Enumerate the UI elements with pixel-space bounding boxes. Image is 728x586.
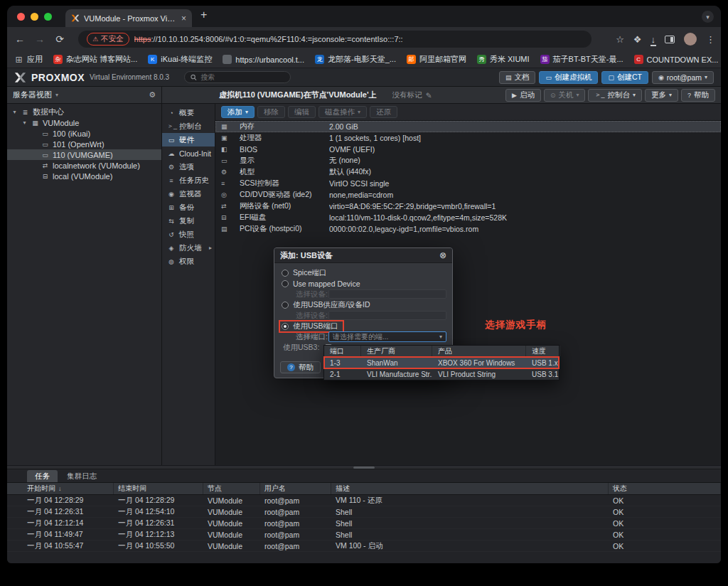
task-row[interactable]: 一月 04 12:12:14一月 04 12:26:31VUModuleroot…: [7, 518, 721, 529]
tree-expand-icon[interactable]: ▾: [21, 119, 28, 126]
not-secure-badge[interactable]: ⚠ 不安全: [87, 33, 129, 46]
tree-expand-icon[interactable]: ▾: [11, 109, 18, 115]
bookmark-item[interactable]: 杂杂志网站 博客网站...: [53, 54, 137, 65]
documentation-button[interactable]: ▤文档: [499, 71, 536, 84]
tree-item-datacenter[interactable]: ▾≣数据中心: [7, 107, 161, 117]
close-window-icon[interactable]: [17, 13, 25, 21]
vm-menu-cloud-init[interactable]: ☁Cloud-Init: [162, 146, 215, 160]
vm-menu-permissions[interactable]: ◍权限: [162, 255, 215, 268]
vm-menu-console[interactable]: ＞_控制台: [162, 119, 215, 133]
bookmark-item[interactable]: https://urbancool.t...: [223, 55, 304, 64]
radio-icon[interactable]: [282, 323, 289, 330]
forward-icon[interactable]: →: [33, 33, 47, 45]
task-column-header[interactable]: 用户名: [260, 483, 331, 494]
tree-item-vumodule[interactable]: ▾▦VUModule: [7, 117, 161, 128]
vm-menu-backup[interactable]: ⊞备份: [162, 201, 215, 214]
remove-button[interactable]: 移除: [257, 106, 285, 118]
bookmark-item[interactable]: KiKuai-终端监控: [148, 54, 212, 65]
task-tab-tasks[interactable]: 任务: [27, 470, 58, 482]
bookmark-item[interactable]: ⊞应用: [14, 54, 43, 65]
hardware-row[interactable]: ◧BIOSOVMF (UEFI): [215, 144, 721, 155]
task-column-header[interactable]: 节点: [203, 483, 260, 494]
vm-menu-replication[interactable]: ⇆复制: [162, 214, 215, 228]
usb-device-row[interactable]: 1-3ShanWanXBOX 360 For WindowsUSB 1.x: [324, 357, 559, 368]
tree-item-vm-101[interactable]: ▭101 (OpenWrt): [7, 139, 161, 149]
vm-menu-summary[interactable]: ◔概要: [162, 106, 215, 119]
minimize-window-icon[interactable]: [31, 13, 38, 21]
downloads-icon[interactable]: ↓: [651, 35, 656, 44]
dropdown-column-header[interactable]: 生产厂商: [361, 346, 432, 356]
edit-button[interactable]: 编辑: [288, 106, 316, 118]
task-column-header[interactable]: 开始时间↓: [23, 483, 114, 494]
shutdown-button[interactable]: ⊙关机▾: [544, 89, 586, 102]
task-row[interactable]: 一月 04 12:28:29一月 04 12:28:29VUModuleroot…: [7, 495, 721, 506]
vm-menu-firewall[interactable]: ◈防火墙▸: [162, 241, 215, 255]
hardware-row[interactable]: ▤PCI设备 (hostpci0)0000:00:02.0,legacy-igd…: [215, 223, 721, 235]
new-tab-button[interactable]: +: [200, 9, 207, 21]
usb-option-0[interactable]: Spice端口: [280, 268, 331, 278]
create-vm-button[interactable]: ▭创建虚拟机: [539, 71, 598, 84]
hardware-row[interactable]: ⇄网络设备 (net0)virtio=8A:D6:9E:5C:2F:29,bri…: [215, 201, 721, 212]
usb-option-3[interactable]: 使用USB供应商/设备ID: [280, 300, 375, 310]
bookmark-item[interactable]: 秀秀米 XIUMI: [477, 54, 530, 65]
vm-menu-snapshots[interactable]: ↺快照: [162, 228, 215, 241]
task-row[interactable]: 一月 04 12:26:31一月 04 12:54:10VUModuleroot…: [7, 506, 721, 518]
dropdown-column-header[interactable]: 产品: [432, 346, 526, 356]
dropdown-column-header[interactable]: 速度: [526, 346, 560, 356]
create-ct-button[interactable]: ▢创建CT: [601, 71, 648, 84]
bookmark-item[interactable]: 茄茄子BT-BT天堂-最...: [540, 54, 623, 65]
usb-option-1[interactable]: Use mapped Device: [280, 279, 365, 288]
radio-icon[interactable]: [282, 302, 289, 309]
more-button[interactable]: 更多▾: [645, 89, 678, 102]
add-button[interactable]: 添加▾: [221, 106, 255, 118]
search-input[interactable]: [200, 73, 284, 81]
radio-icon[interactable]: [282, 270, 289, 277]
global-search[interactable]: [184, 71, 291, 83]
tree-view-selector[interactable]: 服务器视图 ▾ ⚙: [7, 87, 162, 103]
hardware-row[interactable]: ⊟EFI磁盘local:110/vm-110-disk-0.qcow2,efit…: [215, 212, 721, 223]
hardware-row[interactable]: ▣处理器1 (1 sockets, 1 cores) [host]: [215, 132, 721, 144]
usb-device-row[interactable]: 2-1VLI Manufacture Str...VLI Product Str…: [324, 368, 559, 380]
menu-kebab-icon[interactable]: ⋮: [706, 35, 715, 44]
extensions-icon[interactable]: ❖: [633, 35, 642, 44]
side-panel-icon[interactable]: [665, 36, 675, 43]
close-icon[interactable]: ⊗: [439, 250, 446, 260]
hardware-row[interactable]: ⚙机型默认 (i440fx): [215, 166, 721, 178]
bookmark-star-icon[interactable]: ☆: [616, 35, 624, 44]
dialog-help-button[interactable]: ? 帮助: [280, 361, 321, 373]
pencil-icon[interactable]: ✎: [426, 91, 432, 100]
bookmark-item[interactable]: 邮阿里邮箱官网: [407, 54, 466, 65]
task-column-header[interactable]: 结束时间: [114, 483, 203, 494]
console-button[interactable]: ＞_控制台▾: [588, 89, 642, 102]
port-combo[interactable]: 请选择需要的端...▾: [328, 331, 446, 342]
vm-menu-hardware[interactable]: ▭硬件: [162, 133, 215, 146]
task-column-header[interactable]: 状态: [609, 483, 721, 494]
hardware-row[interactable]: ▦内存2.00 GiB: [215, 121, 721, 132]
reload-icon[interactable]: ⟳: [53, 33, 67, 45]
tree-item-local[interactable]: ⊟local (VUModule): [7, 171, 161, 181]
hardware-row[interactable]: ◎CD/DVD驱动器 (ide2)none,media=cdrom: [215, 189, 721, 201]
tab-search-icon[interactable]: ▾: [702, 11, 714, 23]
start-button[interactable]: ▶启动: [505, 89, 541, 102]
splitter-grip-icon[interactable]: [353, 467, 375, 469]
dropdown-column-header[interactable]: 端口: [324, 346, 361, 356]
user-menu-button[interactable]: ◉root@pam▾: [652, 71, 714, 84]
task-row[interactable]: 一月 04 10:55:47一月 04 10:55:50VUModuleroot…: [7, 540, 721, 552]
address-bar[interactable]: ⚠ 不安全 https://10.10.10.254:8006/#v1:0:=q…: [78, 31, 592, 48]
hardware-row[interactable]: ≡SCSI控制器VirtIO SCSI single: [215, 178, 721, 189]
dialog-title-bar[interactable]: 添加: USB设备 ⊗: [274, 248, 452, 263]
help-button[interactable]: ?帮助: [681, 89, 715, 102]
hardware-row[interactable]: ▭显示无 (none): [215, 155, 721, 166]
gear-icon[interactable]: ⚙: [149, 90, 156, 100]
zoom-window-icon[interactable]: [44, 13, 52, 21]
tree-item-vm-100[interactable]: ▭100 (iKuai): [7, 128, 161, 139]
tree-item-localnetwork[interactable]: ⇄localnetwork (VUModule): [7, 160, 161, 171]
task-tab-cluster-log[interactable]: 集群日志: [59, 470, 105, 482]
profile-avatar[interactable]: [684, 33, 697, 46]
bookmark-item[interactable]: CCOUNTDOWN EX...: [634, 55, 719, 64]
revert-button[interactable]: 还原: [370, 106, 397, 118]
vm-menu-task-history[interactable]: ≡任务历史: [162, 174, 215, 187]
back-icon[interactable]: ←: [13, 33, 27, 45]
vm-menu-options[interactable]: ⚙选项: [162, 160, 215, 174]
task-column-header[interactable]: 描述: [331, 483, 609, 494]
